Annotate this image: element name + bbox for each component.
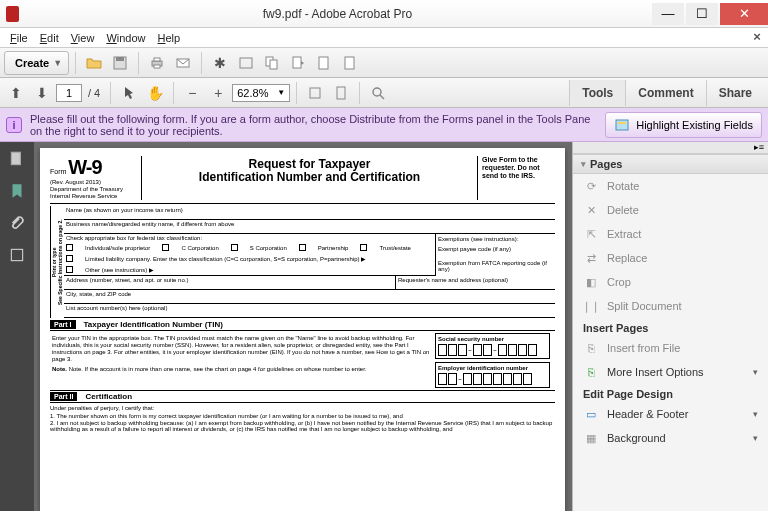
hand-tool-button[interactable]: ✋ [143, 81, 167, 105]
rotate-icon: ⟳ [583, 178, 599, 194]
chk-trust[interactable] [360, 244, 367, 251]
chevron-down-icon: ▾ [753, 409, 758, 419]
rotate-item[interactable]: ⟳Rotate [573, 174, 768, 198]
thumbnails-icon[interactable] [8, 150, 26, 168]
extract-item[interactable]: ⇱Extract [573, 222, 768, 246]
pdf-icon [6, 6, 19, 22]
pane-menu-icon[interactable]: ▸≡ [754, 142, 764, 153]
background-icon: ▦ [583, 430, 599, 446]
check-label: Check appropriate box for federal tax cl… [64, 234, 435, 242]
crop-item[interactable]: ◧Crop [573, 270, 768, 294]
chk-s-corp[interactable] [231, 244, 238, 251]
ein-box: Employer identification number – [435, 362, 550, 388]
svg-rect-2 [116, 57, 124, 61]
field-account[interactable]: List account number(s) here (optional) [64, 304, 555, 318]
zoom-select[interactable]: 62.8%▼ [232, 84, 290, 102]
page-number-input[interactable] [56, 84, 82, 102]
svg-rect-17 [616, 120, 628, 130]
select-tool-button[interactable] [117, 81, 141, 105]
open-button[interactable] [82, 51, 106, 75]
field-business[interactable]: Business name/disregarded entity name, i… [64, 220, 555, 234]
pane-top: ▸≡ [573, 142, 768, 154]
form-give: Give Form to the requester. Do not send … [477, 156, 555, 200]
menu-window[interactable]: Window [100, 30, 151, 46]
info-icon: i [6, 117, 22, 133]
chk-llc[interactable] [66, 255, 73, 262]
attachments-icon[interactable] [8, 214, 26, 232]
form-number: W-9 [68, 156, 101, 178]
part2-header: Part II [50, 392, 77, 401]
bookmarks-icon[interactable] [8, 182, 26, 200]
chk-other[interactable] [66, 266, 73, 273]
fit-page-button[interactable] [329, 81, 353, 105]
share-tab[interactable]: Share [706, 80, 764, 106]
split-item[interactable]: ❘❘Split Document [573, 294, 768, 318]
delete-icon: ✕ [583, 202, 599, 218]
menu-help[interactable]: Help [152, 30, 187, 46]
create-label: Create [15, 57, 49, 69]
save-icon [112, 55, 128, 71]
field-name[interactable]: Name (as shown on your income tax return… [64, 206, 555, 220]
scan-button[interactable] [234, 51, 258, 75]
pdf-page: Form W-9 (Rev. August 2013) Department o… [40, 148, 565, 511]
field-requester[interactable]: Requester's name and address (optional) [395, 276, 555, 290]
zoom-in-button[interactable]: + [206, 81, 230, 105]
settings-button[interactable]: ✱ [208, 51, 232, 75]
field-city[interactable]: City, state, and ZIP code [64, 290, 555, 304]
combine-button[interactable] [260, 51, 284, 75]
chk-individual[interactable] [66, 244, 73, 251]
delete-item[interactable]: ✕Delete [573, 198, 768, 222]
chk-partnership[interactable] [299, 244, 306, 251]
save-button[interactable] [108, 51, 132, 75]
menu-edit[interactable]: Edit [34, 30, 65, 46]
svg-rect-13 [310, 88, 320, 98]
comment-tab[interactable]: Comment [625, 80, 705, 106]
titlebar: fw9.pdf - Adobe Acrobat Pro — ☐ ✕ [0, 0, 768, 28]
pages-section-header[interactable]: Pages [573, 154, 768, 174]
tool-b-button[interactable] [338, 51, 362, 75]
doc-icon [342, 55, 358, 71]
page-down-button[interactable]: ⬇ [30, 81, 54, 105]
print-button[interactable] [145, 51, 169, 75]
replace-item[interactable]: ⇄Replace [573, 246, 768, 270]
find-button[interactable] [366, 81, 390, 105]
window-buttons: — ☐ ✕ [650, 3, 768, 25]
email-button[interactable] [171, 51, 195, 75]
tool-a-button[interactable] [312, 51, 336, 75]
menu-file[interactable]: File [4, 30, 34, 46]
form-title-2: Identification Number and Certification [150, 171, 469, 184]
create-button[interactable]: Create ▼ [4, 51, 69, 75]
scan-icon [238, 55, 254, 71]
zoom-value: 62.8% [237, 87, 268, 99]
minimize-button[interactable]: — [652, 3, 684, 25]
header-footer-item[interactable]: ▭Header & Footer▾ [573, 402, 768, 426]
folder-icon [86, 55, 102, 71]
highlight-fields-button[interactable]: Highlight Existing Fields [605, 112, 762, 138]
maximize-button[interactable]: ☐ [686, 3, 718, 25]
chk-c-corp[interactable] [162, 244, 169, 251]
field-address[interactable]: Address (number, street, and apt. or sui… [64, 276, 395, 290]
svg-rect-5 [154, 65, 160, 68]
export-button[interactable] [286, 51, 310, 75]
close-button[interactable]: ✕ [720, 3, 768, 25]
tools-tab[interactable]: Tools [569, 80, 625, 106]
fit-page-icon [333, 85, 349, 101]
menu-view[interactable]: View [65, 30, 101, 46]
zoom-out-button[interactable]: − [180, 81, 204, 105]
fit-width-button[interactable] [303, 81, 327, 105]
svg-rect-10 [293, 57, 301, 68]
svg-rect-18 [618, 122, 626, 124]
extract-icon: ⇱ [583, 226, 599, 242]
crop-icon: ◧ [583, 274, 599, 290]
signatures-icon[interactable] [8, 246, 26, 264]
document-close-icon[interactable]: × [750, 31, 764, 45]
cursor-icon [121, 85, 137, 101]
more-insert-item[interactable]: ⎘More Insert Options▾ [573, 360, 768, 384]
export-icon [290, 55, 306, 71]
window-title: fw9.pdf - Adobe Acrobat Pro [25, 7, 650, 21]
document-viewport[interactable]: Form W-9 (Rev. August 2013) Department o… [34, 142, 572, 511]
page-up-button[interactable]: ⬆ [4, 81, 28, 105]
insert-file-item[interactable]: ⎘Insert from File [573, 336, 768, 360]
background-item[interactable]: ▦Background▾ [573, 426, 768, 450]
highlight-icon [614, 117, 630, 133]
